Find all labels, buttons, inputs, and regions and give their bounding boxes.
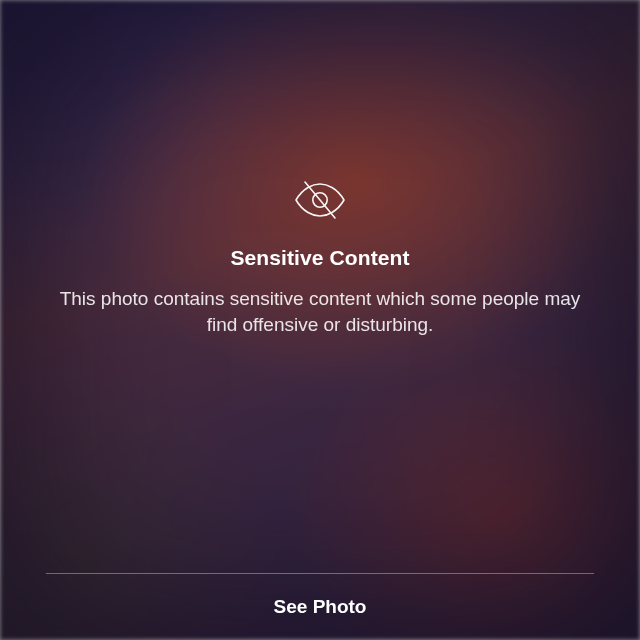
footer: See Photo [0, 573, 640, 640]
warning-description: This photo contains sensitive content wh… [50, 286, 590, 337]
sensitive-content-overlay: Sensitive Content This photo contains se… [0, 0, 640, 640]
warning-title: Sensitive Content [230, 246, 409, 270]
warning-center: Sensitive Content This photo contains se… [0, 0, 640, 565]
hidden-eye-icon [293, 180, 347, 220]
see-photo-button[interactable]: See Photo [46, 574, 594, 640]
